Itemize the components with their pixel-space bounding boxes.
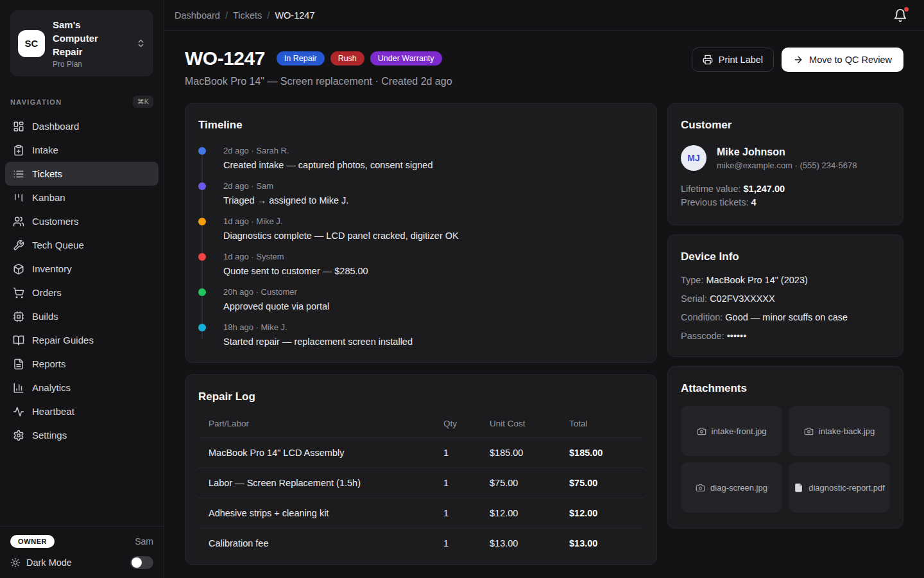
repair-log-title: Repair Log [198, 390, 644, 403]
activity-icon [13, 406, 24, 417]
previous-tickets-value: 4 [751, 197, 757, 207]
sidebar-footer: OWNER Sam Dark Mode [0, 526, 164, 578]
timeline-event-meta: 2d ago · Sam [223, 181, 644, 191]
table-row[interactable]: MacBook Pro 14" LCD Assembly 1 $185.00 $… [198, 438, 644, 468]
cell-unit-cost: $13.00 [479, 529, 559, 559]
timeline-dot [198, 324, 206, 331]
timeline-dot [198, 182, 206, 190]
attachment-diag-screen[interactable]: diag-screen.jpg [681, 462, 782, 512]
cell-part: Calibration fee [198, 529, 433, 559]
sidebar-item-label: Heartbeat [32, 406, 74, 417]
timeline-event-meta: 2d ago · Sarah R. [223, 146, 644, 155]
dark-mode-toggle[interactable] [130, 556, 153, 569]
sidebar-item-label: Analytics [32, 382, 71, 393]
cell-part: Labor — Screen Replacement (1.5h) [198, 468, 433, 498]
attachment-intake-back[interactable]: intake-back.jpg [789, 406, 890, 456]
attachment-diagnostic-report[interactable]: diagnostic-report.pdf [789, 462, 890, 512]
sidebar-item-dashboard[interactable]: Dashboard [5, 114, 158, 138]
table-row[interactable]: Adhesive strips + cleaning kit 1 $12.00 … [198, 498, 644, 529]
sidebar-item-tickets[interactable]: Tickets [5, 162, 158, 186]
navigation-section-label: NAVIGATION [10, 98, 62, 106]
cell-unit-cost: $185.00 [479, 438, 559, 468]
sidebar-item-kanban[interactable]: Kanban [5, 186, 158, 209]
cell-qty: 1 [433, 529, 479, 559]
cell-unit-cost: $12.00 [479, 498, 559, 529]
sidebar-item-label: Dashboard [32, 121, 79, 132]
package-icon [13, 263, 24, 275]
status-badges: In Repair Rush Under Warranty [277, 51, 442, 66]
sidebar-item-label: Orders [32, 287, 62, 298]
breadcrumb-tickets[interactable]: Tickets [233, 10, 262, 21]
printer-icon [703, 55, 713, 65]
status-badge-rush: Rush [330, 51, 364, 66]
attachment-name: diagnostic-report.pdf [809, 483, 885, 493]
attachments-card: Attachments intake-front.jpg intake-back… [667, 366, 903, 529]
breadcrumb-separator: / [267, 10, 270, 21]
device-value: Good — minor scuffs on case [725, 312, 848, 322]
workspace-plan: Pro Plan [53, 60, 128, 69]
cell-total: $13.00 [559, 529, 644, 559]
command-k-shortcut[interactable]: ⌘K [133, 96, 153, 108]
sidebar-item-label: Tech Queue [32, 240, 84, 250]
sidebar-item-settings[interactable]: Settings [5, 423, 158, 447]
timeline-dot [198, 253, 206, 261]
breadcrumb-current: WO-1247 [275, 10, 314, 21]
file-icon [794, 483, 803, 493]
timeline-event-meta: 18h ago · Mike J. [223, 322, 644, 332]
device-value: •••••• [727, 331, 746, 341]
timeline-event: 2d ago · Sam Triaged → assigned to Mike … [198, 181, 644, 206]
kanban-icon [13, 192, 24, 204]
table-row[interactable]: Labor — Screen Replacement (1.5h) 1 $75.… [198, 468, 644, 498]
users-icon [13, 216, 24, 227]
cell-total: $75.00 [559, 468, 644, 498]
move-to-qc-text: Move to QC Review [809, 55, 892, 65]
column-header-unit-cost: Unit Cost [479, 412, 559, 438]
device-row-passcode: Passcode: •••••• [681, 331, 890, 341]
sidebar-item-intake[interactable]: Intake [5, 138, 158, 162]
timeline-event: 18h ago · Mike J. Started repair — repla… [198, 322, 644, 347]
dashboard-icon [13, 121, 24, 132]
sidebar-item-tech-queue[interactable]: Tech Queue [5, 233, 158, 257]
sidebar-item-heartbeat[interactable]: Heartbeat [5, 399, 158, 423]
sidebar: SC Sam's Computer Repair Pro Plan NAVIGA… [0, 0, 164, 578]
sidebar-item-builds[interactable]: Builds [5, 304, 158, 328]
sidebar-item-label: Customers [32, 216, 79, 227]
breadcrumb-dashboard[interactable]: Dashboard [175, 10, 220, 21]
workspace-switcher[interactable]: SC Sam's Computer Repair Pro Plan [10, 10, 153, 76]
ticket-subtitle: MacBook Pro 14" — Screen replacement · C… [185, 76, 452, 87]
sidebar-item-analytics[interactable]: Analytics [5, 376, 158, 399]
topbar: Dashboard / Tickets / WO-1247 [164, 0, 924, 31]
notification-dot [904, 7, 909, 12]
sidebar-item-label: Tickets [32, 168, 62, 179]
device-value: MacBook Pro 14" (2023) [706, 275, 808, 285]
move-to-qc-button[interactable]: Move to QC Review [782, 48, 903, 72]
timeline-events: 2d ago · Sarah R. Created intake — captu… [198, 146, 644, 347]
sidebar-item-label: Repair Guides [32, 335, 94, 346]
lifetime-value-label: Lifetime value: [681, 184, 741, 194]
notifications-button[interactable] [891, 6, 910, 25]
sidebar-item-reports[interactable]: Reports [5, 352, 158, 376]
dark-mode-label: Dark Mode [26, 557, 124, 568]
sidebar-item-customers[interactable]: Customers [5, 209, 158, 233]
device-info-title: Device Info [681, 250, 890, 263]
list-icon [13, 168, 24, 180]
table-row[interactable]: Calibration fee 1 $13.00 $13.00 [198, 529, 644, 559]
attachment-intake-front[interactable]: intake-front.jpg [681, 406, 782, 456]
customer-title: Customer [681, 119, 890, 132]
print-label-button[interactable]: Print Label [692, 48, 774, 72]
sidebar-item-label: Settings [32, 430, 67, 441]
sidebar-item-inventory[interactable]: Inventory [5, 257, 158, 281]
attachment-name: intake-front.jpg [712, 426, 767, 436]
device-label: Condition: [681, 312, 723, 322]
cell-qty: 1 [433, 438, 479, 468]
sidebar-item-orders[interactable]: Orders [5, 281, 158, 304]
sidebar-item-repair-guides[interactable]: Repair Guides [5, 328, 158, 352]
device-value: C02FV3XXXXX [710, 293, 775, 304]
device-label: Serial: [681, 293, 707, 304]
cell-total: $185.00 [559, 438, 644, 468]
timeline-event: 1d ago · System Quote sent to customer —… [198, 252, 644, 276]
cart-icon [13, 287, 24, 299]
timeline-event: 1d ago · Mike J. Diagnostics complete — … [198, 216, 644, 241]
chevrons-up-down-icon [136, 39, 146, 48]
status-badge-in-repair: In Repair [277, 51, 325, 66]
